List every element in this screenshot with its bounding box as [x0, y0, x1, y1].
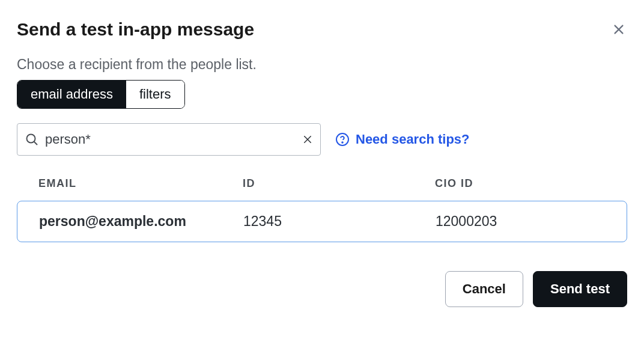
cancel-button[interactable]: Cancel — [445, 271, 523, 307]
cell-id: 12345 — [243, 213, 436, 230]
search-box — [17, 123, 321, 156]
column-header-id: ID — [243, 177, 435, 190]
dialog-footer: Cancel Send test — [17, 271, 627, 307]
svg-point-2 — [27, 135, 35, 143]
search-input[interactable] — [45, 132, 302, 147]
svg-point-6 — [336, 133, 348, 145]
search-tips-link[interactable]: Need search tips? — [335, 132, 470, 147]
table-header: EMAIL ID CIO ID — [17, 177, 627, 201]
svg-point-7 — [342, 142, 343, 143]
dialog-title: Send a test in-app message — [17, 19, 254, 40]
dialog-subtitle: Choose a recipient from the people list. — [17, 56, 627, 73]
tab-filters[interactable]: filters — [126, 81, 184, 108]
search-row: Need search tips? — [17, 123, 627, 156]
cell-email: person@example.com — [39, 213, 243, 230]
column-header-email: EMAIL — [38, 177, 243, 190]
close-icon[interactable] — [610, 21, 627, 38]
results-table: EMAIL ID CIO ID person@example.com 12345… — [17, 177, 627, 242]
search-icon — [25, 132, 39, 147]
dialog-header: Send a test in-app message — [17, 19, 627, 40]
clear-search-icon[interactable] — [302, 134, 313, 145]
cell-cioid: 12000203 — [436, 213, 605, 230]
send-test-button[interactable]: Send test — [533, 271, 627, 307]
tab-group: email address filters — [17, 80, 185, 109]
tab-email-address[interactable]: email address — [17, 81, 126, 108]
svg-line-3 — [34, 142, 38, 145]
help-icon — [335, 132, 350, 147]
table-row[interactable]: person@example.com 12345 12000203 — [17, 201, 627, 242]
column-header-cioid: CIO ID — [435, 177, 606, 190]
search-tips-text: Need search tips? — [356, 132, 470, 147]
